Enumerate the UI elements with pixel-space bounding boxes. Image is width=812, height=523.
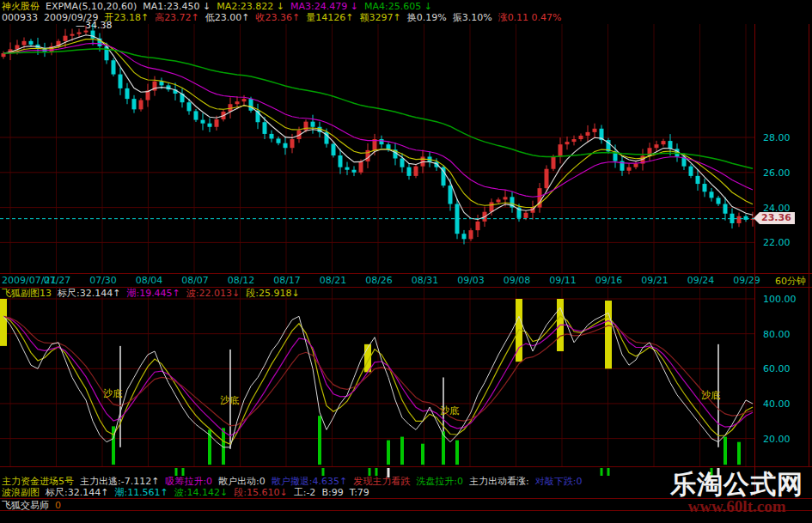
indicator-value: 神火股份 xyxy=(2,1,40,12)
sub-indicator-value: 段:25.918↓ xyxy=(246,288,299,299)
candle-body xyxy=(290,139,295,148)
date-label: 09/21 xyxy=(635,275,675,286)
quote-value: 收23.36↑ xyxy=(256,12,301,23)
watermark: 乐淘公式网 www.60lt.com xyxy=(662,471,812,514)
candle-body xyxy=(64,36,68,41)
signal-label: 沙底 xyxy=(220,395,239,406)
candle-body xyxy=(235,101,240,104)
candle-body xyxy=(139,100,143,110)
axis-divider xyxy=(754,24,755,496)
candle-body xyxy=(77,33,82,34)
candle-body xyxy=(497,199,501,202)
candle-body xyxy=(627,167,632,171)
sub-indicator-value: 标尺:32.144↑ xyxy=(58,288,120,299)
main-chart-svg[interactable]: 28.0026.0024.0022.00 xyxy=(0,24,812,275)
date-label: 07/30 xyxy=(83,275,123,286)
watermark-url: www.60lt.com xyxy=(662,498,812,514)
date-label: 07/27 xyxy=(38,275,77,286)
y-axis-label: 20.00 xyxy=(763,434,791,445)
green-signal-bar xyxy=(455,441,459,465)
sub-indicator-value: 波:22.013↓ xyxy=(186,288,240,299)
quote-value: 振3.10% xyxy=(453,12,492,23)
candle-body xyxy=(201,120,205,124)
indicator-value: MA2:23.822 ↓ xyxy=(217,1,284,12)
candle-body xyxy=(249,99,253,111)
sub-chart-svg[interactable]: 100.0080.0060.0040.0020.00沙底沙底沙底沙底 xyxy=(0,286,812,466)
candle-body xyxy=(414,167,418,176)
date-label: 08/17 xyxy=(267,275,307,286)
candle-body xyxy=(242,99,247,101)
indicator-value: EXPMA(5,10,20,60) xyxy=(46,1,137,12)
candle-body xyxy=(400,158,405,167)
candle-body xyxy=(125,88,130,99)
green-signal-bar xyxy=(318,416,321,465)
candle-body xyxy=(112,60,116,74)
date-label: 09/11 xyxy=(543,275,583,286)
candle-body xyxy=(277,138,281,143)
candle-body xyxy=(22,41,27,46)
candle-body xyxy=(352,170,357,173)
date-label: 09/08 xyxy=(498,275,537,286)
candle-body xyxy=(345,167,350,170)
date-label: 08/12 xyxy=(222,275,261,286)
candle-body xyxy=(586,132,590,136)
right-border xyxy=(809,24,809,466)
candle-body xyxy=(187,102,192,111)
green-signal-bar xyxy=(421,444,424,465)
candle-body xyxy=(70,34,75,36)
date-label: 08/31 xyxy=(406,275,445,286)
wave-indicator-value: 标尺:32.144↑ xyxy=(46,487,108,498)
date-label: 08/04 xyxy=(130,275,169,286)
candle-body xyxy=(579,136,583,139)
wave-indicator-value: 波浪副图 xyxy=(2,487,40,498)
candle-body xyxy=(476,222,480,230)
signal-label: 沙底 xyxy=(103,388,122,399)
candle-body xyxy=(380,139,384,144)
candle-body xyxy=(655,144,659,148)
quote-value: 额3297↑ xyxy=(360,12,401,23)
main-candlestick-panel[interactable]: 28.0026.0024.0022.00 xyxy=(0,24,812,275)
green-tick xyxy=(601,468,603,476)
yellow-signal-bar xyxy=(605,301,612,368)
candle-body xyxy=(215,119,219,127)
candle-body xyxy=(311,122,315,127)
candle-body xyxy=(284,143,288,149)
candle-body xyxy=(332,144,336,155)
wave-indicator-value: 段:15.610↓ xyxy=(234,487,287,498)
wave-indicator-value: 工:-2 xyxy=(294,487,316,498)
candle-body xyxy=(194,111,198,119)
candle-body xyxy=(703,184,707,192)
candle-body xyxy=(710,192,714,198)
signal-label: 沙底 xyxy=(701,390,720,401)
candle-body xyxy=(565,142,570,144)
oscillator-panel[interactable]: 100.0080.0060.0040.0020.00沙底沙底沙底沙底 xyxy=(0,286,812,466)
indicator-info-line: 神火股份EXPMA(5,10,20,60)MA1:23.450 ↓MA2:23.… xyxy=(2,1,438,12)
sub-indicator-header: 飞狐副图13标尺:32.144↑潮:19.445↑波:22.013↓段:25.9… xyxy=(2,287,306,300)
sub-indicator-value: 潮:19.445↑ xyxy=(126,288,180,299)
fund-flow-value: 对敲下跌:0 xyxy=(535,476,583,487)
candle-body xyxy=(593,129,597,132)
date-label: 08/26 xyxy=(359,275,399,286)
sub-indicator-value: 飞狐副图13 xyxy=(2,288,52,299)
indicator-value: MA3:24.479 ↓ xyxy=(290,1,358,12)
candle-body xyxy=(723,204,728,214)
indicator-value: MA4:25.605 ↓ xyxy=(364,1,432,12)
candle-body xyxy=(689,167,693,176)
wave-indicator-value: B:99 xyxy=(321,487,343,498)
y-axis-label: 28.00 xyxy=(763,132,791,143)
wave-indicator-value: T:79 xyxy=(350,487,369,498)
candle-body xyxy=(744,216,748,220)
y-axis-label: 22.00 xyxy=(763,237,791,248)
candle-body xyxy=(84,31,89,33)
date-label: 08/21 xyxy=(314,275,353,286)
y-axis-label: 26.00 xyxy=(763,167,791,179)
candle-body xyxy=(359,161,363,173)
candle-body xyxy=(449,185,453,204)
candle-body xyxy=(559,144,563,156)
candle-body xyxy=(662,141,666,144)
yellow-signal-bar xyxy=(0,299,7,346)
green-tick xyxy=(607,468,610,476)
candle-body xyxy=(208,124,212,127)
y-axis-label: 100.00 xyxy=(763,294,797,305)
candle-body xyxy=(469,230,473,239)
